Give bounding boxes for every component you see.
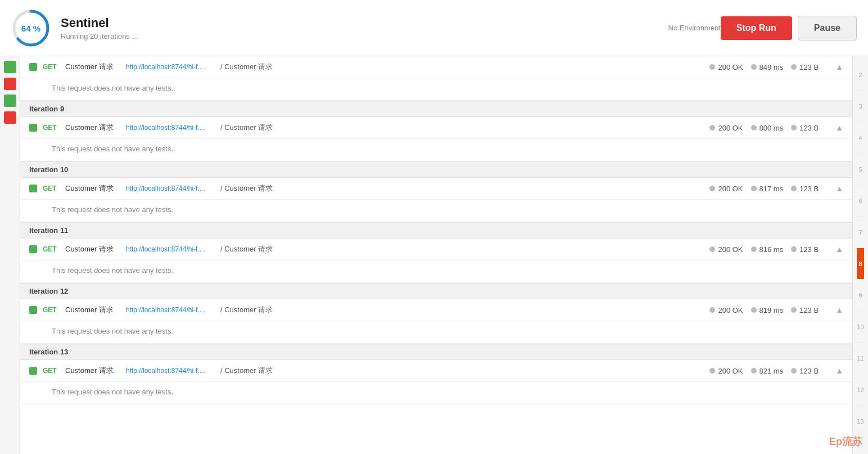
time-meta: 819 ms xyxy=(751,306,784,314)
request-name: Customer 请求 xyxy=(65,123,121,133)
time-meta: 821 ms xyxy=(751,367,784,375)
right-numbers-panel: 2345678910111213 xyxy=(852,56,868,454)
status-indicator xyxy=(709,125,715,131)
status-text: 200 OK xyxy=(718,124,743,132)
status-text: 200 OK xyxy=(718,367,743,375)
request-path: / Customer 请求 xyxy=(220,366,709,376)
status-text: 200 OK xyxy=(718,185,743,193)
size-indicator xyxy=(791,368,797,374)
content-area: GET Customer 请求 http://localhost:8744/hi… xyxy=(20,56,852,454)
icon-red-2[interactable] xyxy=(4,111,16,124)
chevron-up-icon[interactable]: ▲ xyxy=(835,366,843,375)
time-meta: 800 ms xyxy=(751,124,784,132)
status-text: 200 OK xyxy=(718,306,743,314)
chevron-up-icon[interactable]: ▲ xyxy=(835,62,843,71)
method-badge: GET xyxy=(43,63,60,71)
time-indicator xyxy=(751,307,757,313)
time-indicator xyxy=(751,246,757,252)
request-path: / Customer 请求 xyxy=(220,62,709,72)
request-name: Customer 请求 xyxy=(65,366,121,376)
pause-button[interactable]: Pause xyxy=(798,16,857,41)
right-number-item[interactable]: 2 xyxy=(857,59,864,91)
right-number-item[interactable]: 7 xyxy=(857,217,864,248)
time-text: 800 ms xyxy=(760,124,784,132)
size-text: 123 B xyxy=(799,124,819,132)
time-meta: 817 ms xyxy=(751,185,784,193)
time-indicator xyxy=(751,64,757,70)
request-meta: 200 OK 817 ms 123 B ▲ xyxy=(709,184,843,193)
iteration-header: Iteration 13 xyxy=(20,344,852,360)
icon-green-1[interactable] xyxy=(4,61,16,73)
right-number-item[interactable]: 10 xyxy=(857,311,864,343)
chevron-up-icon[interactable]: ▲ xyxy=(835,305,843,314)
size-text: 123 B xyxy=(799,306,819,314)
request-row[interactable]: GET Customer 请求 http://localhost:8744/hi… xyxy=(20,239,852,260)
size-meta: 123 B xyxy=(791,185,819,193)
chevron-up-icon[interactable]: ▲ xyxy=(835,245,843,254)
request-row[interactable]: GET Customer 请求 http://localhost:8744/hi… xyxy=(20,360,852,382)
status-meta: 200 OK xyxy=(709,367,743,375)
request-row[interactable]: GET Customer 请求 http://localhost:8744/hi… xyxy=(20,117,852,139)
size-indicator xyxy=(791,64,797,70)
header-info: Sentinel Running 20 iterations ... xyxy=(61,16,657,41)
chevron-up-icon[interactable]: ▲ xyxy=(835,123,843,132)
status-meta: 200 OK xyxy=(709,306,743,314)
right-number-item[interactable]: 9 xyxy=(857,280,864,311)
status-indicator xyxy=(709,186,715,191)
request-meta: 200 OK 800 ms 123 B ▲ xyxy=(709,123,843,132)
stop-run-button[interactable]: Stop Run xyxy=(721,16,792,40)
no-tests-message: This request does not have any tests. xyxy=(20,260,852,283)
status-meta: 200 OK xyxy=(709,63,743,71)
environment-label: No Environment xyxy=(668,24,721,32)
status-dot xyxy=(29,185,37,192)
icon-red-1[interactable] xyxy=(4,78,16,90)
request-row[interactable]: GET Customer 请求 http://localhost:8744/hi… xyxy=(20,299,852,321)
iterations-container: Iteration 9 GET Customer 请求 http://local… xyxy=(20,101,852,404)
no-tests-message: This request does not have any tests. xyxy=(20,78,852,101)
right-number-item[interactable]: 11 xyxy=(857,343,864,374)
size-indicator xyxy=(791,307,797,313)
time-indicator xyxy=(751,368,757,374)
status-indicator xyxy=(709,246,715,252)
progress-percent: 64 % xyxy=(21,23,40,33)
right-number-item[interactable]: 5 xyxy=(857,154,864,185)
icon-green-2[interactable] xyxy=(4,95,16,107)
request-path: / Customer 请求 xyxy=(220,183,709,194)
time-text: 821 ms xyxy=(760,367,784,375)
size-indicator xyxy=(791,186,797,191)
request-path: / Customer 请求 xyxy=(220,244,709,254)
request-meta: 200 OK 816 ms 123 B ▲ xyxy=(709,245,843,254)
right-number-item[interactable]: 12 xyxy=(857,374,864,406)
method-badge: GET xyxy=(43,367,60,375)
right-number-item[interactable]: 6 xyxy=(857,185,864,217)
method-badge: GET xyxy=(43,124,60,132)
status-indicator xyxy=(709,64,715,70)
request-row[interactable]: GET Customer 请求 http://localhost:8744/hi… xyxy=(20,56,852,78)
chevron-up-icon[interactable]: ▲ xyxy=(835,184,843,193)
request-url: http://localhost:8744/hi-f.... xyxy=(126,124,216,132)
status-text: 200 OK xyxy=(718,63,743,71)
status-indicator xyxy=(709,307,715,313)
status-dot xyxy=(29,245,37,253)
right-number-item[interactable]: 8 xyxy=(857,248,864,280)
no-tests-message: This request does not have any tests. xyxy=(20,382,852,404)
iteration-header: Iteration 11 xyxy=(20,222,852,239)
request-name: Customer 请求 xyxy=(65,183,121,194)
size-text: 123 B xyxy=(799,245,819,254)
right-number-item[interactable]: 4 xyxy=(857,122,864,154)
status-dot xyxy=(29,63,37,71)
right-number-item[interactable]: 3 xyxy=(857,91,864,122)
request-meta: 200 OK 819 ms 123 B ▲ xyxy=(709,305,843,314)
right-number-item[interactable]: 13 xyxy=(857,406,864,437)
run-subtitle: Running 20 iterations ... xyxy=(61,32,657,41)
request-url: http://localhost:8744/hi-f.... xyxy=(126,306,216,314)
size-meta: 123 B xyxy=(791,306,819,314)
size-meta: 123 B xyxy=(791,124,819,132)
app-title: Sentinel xyxy=(61,16,657,30)
request-row[interactable]: GET Customer 请求 http://localhost:8744/hi… xyxy=(20,178,852,200)
main-layout: GET Customer 请求 http://localhost:8744/hi… xyxy=(0,56,868,454)
size-meta: 123 B xyxy=(791,245,819,254)
status-meta: 200 OK xyxy=(709,185,743,193)
time-indicator xyxy=(751,125,757,131)
request-name: Customer 请求 xyxy=(65,244,121,254)
